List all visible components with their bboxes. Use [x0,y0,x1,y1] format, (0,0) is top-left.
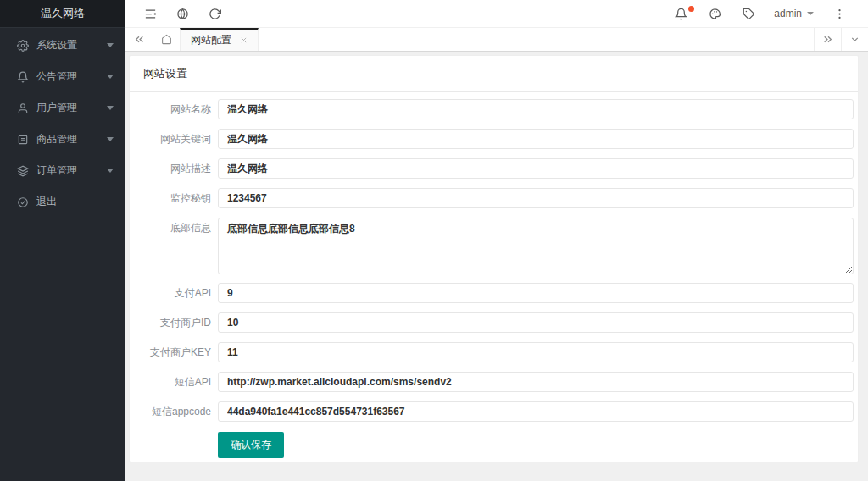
sidebar-item-label: 公告管理 [36,69,77,84]
chevron-down-icon [107,75,114,79]
double-chevron-right-icon [822,34,833,45]
section-title: 网站设置 [130,56,858,92]
form-row-footer-info: 底部信息 底部信息底部信息底部信息8 [130,218,858,274]
form-row-pay-api: 支付API [130,283,858,303]
notification-badge [688,6,694,12]
field-label: 监控秘钥 [130,188,218,208]
tab-site-config[interactable]: 网站配置 [180,28,259,51]
chevron-down-icon [107,106,114,110]
sidebar-item-products[interactable]: 商品管理 [0,124,125,155]
bell-icon [17,71,29,83]
home-icon [161,34,172,45]
goods-icon [17,134,29,146]
pay-api-input[interactable] [218,283,854,303]
tags-button[interactable] [732,0,765,27]
content-area: 网站设置 网站名称 网站关键词 网站描述 监控 [125,52,868,481]
sidebar-item-system-settings[interactable]: 系统设置 [0,30,125,61]
theme-button[interactable] [698,0,732,27]
form-row-site-keywords: 网站关键词 [130,129,858,149]
tab-bar: 网站配置 [125,28,868,52]
sms-api-input[interactable] [218,372,854,392]
chevron-down-icon [107,169,114,173]
scroll-tabs-right-button[interactable] [814,28,841,51]
chevron-down-icon [107,137,114,141]
form-row-sms-appcode: 短信appcode [130,401,858,422]
tab-options-button[interactable] [841,28,868,51]
double-chevron-left-icon [134,34,145,45]
form-actions: 确认保存 [218,432,858,458]
field-label: 短信appcode [130,401,218,422]
user-icon [17,102,29,114]
field-label: 底部信息 [130,218,218,238]
sidebar-item-label: 退出 [36,195,57,209]
refresh-icon[interactable] [198,0,231,27]
footer-info-textarea[interactable]: 底部信息底部信息底部信息8 [218,218,854,274]
pay-merchant-key-input[interactable] [218,342,854,362]
form-row-site-description: 网站描述 [130,158,858,179]
sidebar-item-logout[interactable]: 退出 [0,186,125,218]
palette-icon [709,8,721,20]
field-label: 网站关键词 [130,129,218,149]
field-label: 网站描述 [130,158,218,179]
collapse-sidebar-icon[interactable] [134,0,166,27]
app-title: 温久网络 [0,0,125,28]
form-row-sms-api: 短信API [130,372,858,392]
username-label: admin [774,8,802,19]
site-name-input[interactable] [218,99,854,119]
notifications-button[interactable] [664,0,698,27]
form-row-pay-merchant-key: 支付商户KEY [130,342,858,362]
home-tab-button[interactable] [153,28,180,51]
sidebar-item-label: 订单管理 [36,163,77,178]
user-menu[interactable]: admin [765,0,822,27]
scroll-tabs-left-button[interactable] [125,28,153,51]
sms-appcode-input[interactable] [218,401,854,422]
tab-label: 网站配置 [191,33,231,47]
app-window: 温久网络 系统设置 公告管理 用户管理 [0,0,868,481]
globe-icon[interactable] [166,0,198,27]
field-label: 支付商户ID [130,312,218,333]
sidebar-item-label: 系统设置 [36,38,77,53]
field-label: 短信API [130,372,218,392]
close-icon[interactable] [240,36,248,44]
layers-icon [17,165,29,177]
navbar-right: admin [664,0,856,27]
settings-card: 网站设置 网站名称 网站关键词 网站描述 监控 [129,55,859,462]
site-description-input[interactable] [218,158,854,179]
more-vertical-icon [833,8,846,20]
chevron-down-icon [849,34,860,45]
form-row-site-name: 网站名称 [130,99,858,119]
sidebar-item-users[interactable]: 用户管理 [0,92,125,124]
form-row-pay-merchant-id: 支付商户ID [130,312,858,333]
more-menu-button[interactable] [822,0,856,27]
form-row-monitor-key: 监控秘钥 [130,188,858,208]
field-label: 网站名称 [130,99,218,119]
tab-spacer [259,28,814,51]
monitor-key-input[interactable] [218,188,854,208]
logout-icon [17,196,29,208]
field-label: 支付商户KEY [130,342,218,362]
top-navbar: admin [125,0,868,28]
save-button[interactable]: 确认保存 [218,432,284,458]
sidebar-item-label: 商品管理 [36,132,77,147]
pay-merchant-id-input[interactable] [218,312,854,333]
chevron-down-icon [807,12,814,15]
gear-icon [17,40,29,52]
sidebar: 温久网络 系统设置 公告管理 用户管理 [0,0,125,481]
main-area: admin 网站配置 [125,0,868,481]
tag-icon [743,8,755,20]
sidebar-item-label: 用户管理 [36,101,77,115]
sidebar-item-announcements[interactable]: 公告管理 [0,61,125,92]
sidebar-item-orders[interactable]: 订单管理 [0,155,125,186]
sidebar-menu: 系统设置 公告管理 用户管理 商品 [0,28,125,218]
field-label: 支付API [130,283,218,303]
bell-icon [675,8,687,20]
site-keywords-input[interactable] [218,129,854,149]
settings-form: 网站名称 网站关键词 网站描述 监控秘钥 [130,92,858,458]
chevron-down-icon [107,43,114,47]
